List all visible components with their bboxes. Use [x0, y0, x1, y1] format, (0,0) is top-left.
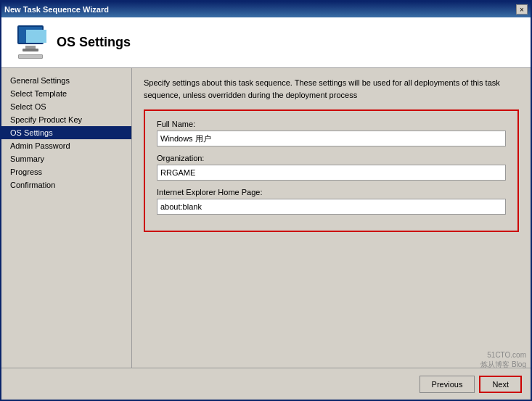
wizard-footer: Previous Next: [1, 368, 531, 400]
monitor-stand: [25, 46, 36, 49]
watermark-line2: 炼从博客 Blog: [480, 360, 526, 369]
next-button[interactable]: Next: [479, 376, 522, 393]
full-name-input[interactable]: [157, 131, 506, 146]
organization-input[interactable]: [157, 165, 506, 181]
sidebar: General Settings Select Template Select …: [1, 68, 132, 368]
sidebar-item-progress[interactable]: Progress: [1, 165, 131, 178]
sidebar-item-os-settings[interactable]: OS Settings: [1, 126, 131, 139]
page-title: OS Settings: [57, 35, 131, 50]
full-name-label: Full Name:: [157, 120, 506, 128]
wizard-window: New Task Sequence Wizard × OS Settings G…: [0, 0, 532, 401]
organization-group: Organization:: [157, 154, 506, 181]
description-text: Specify settings about this task sequenc…: [144, 77, 519, 101]
previous-button[interactable]: Previous: [420, 376, 475, 393]
sidebar-item-specify-product-key[interactable]: Specify Product Key: [1, 113, 131, 126]
window-title: New Task Sequence Wizard: [4, 5, 109, 14]
sidebar-item-summary[interactable]: Summary: [1, 152, 131, 165]
wizard-header: OS Settings: [1, 17, 531, 68]
keyboard-icon: [18, 54, 43, 59]
computer-icon: [13, 25, 48, 60]
sidebar-item-select-template[interactable]: Select Template: [1, 87, 131, 100]
monitor-base: [22, 49, 38, 51]
sidebar-item-general-settings[interactable]: General Settings: [1, 74, 131, 87]
close-button[interactable]: ×: [516, 4, 528, 15]
sidebar-item-confirmation[interactable]: Confirmation: [1, 178, 131, 191]
monitor-screen: [26, 30, 46, 43]
wizard-body: General Settings Select Template Select …: [1, 68, 531, 368]
ie-homepage-input[interactable]: [157, 199, 506, 215]
form-panel: Full Name: Organization: Internet Explor…: [144, 109, 519, 232]
watermark: 51CTO.com 炼从博客 Blog: [480, 350, 526, 369]
titlebar: New Task Sequence Wizard ×: [1, 1, 531, 17]
monitor-body: [17, 25, 44, 44]
ie-homepage-group: Internet Explorer Home Page:: [157, 188, 506, 215]
full-name-group: Full Name:: [157, 120, 506, 146]
watermark-line1: 51CTO.com: [480, 350, 526, 360]
sidebar-item-admin-password[interactable]: Admin Password: [1, 139, 131, 152]
ie-homepage-label: Internet Explorer Home Page:: [157, 188, 506, 197]
organization-label: Organization:: [157, 154, 506, 162]
content-area: Specify settings about this task sequenc…: [132, 68, 531, 368]
sidebar-item-select-os[interactable]: Select OS: [1, 100, 131, 113]
